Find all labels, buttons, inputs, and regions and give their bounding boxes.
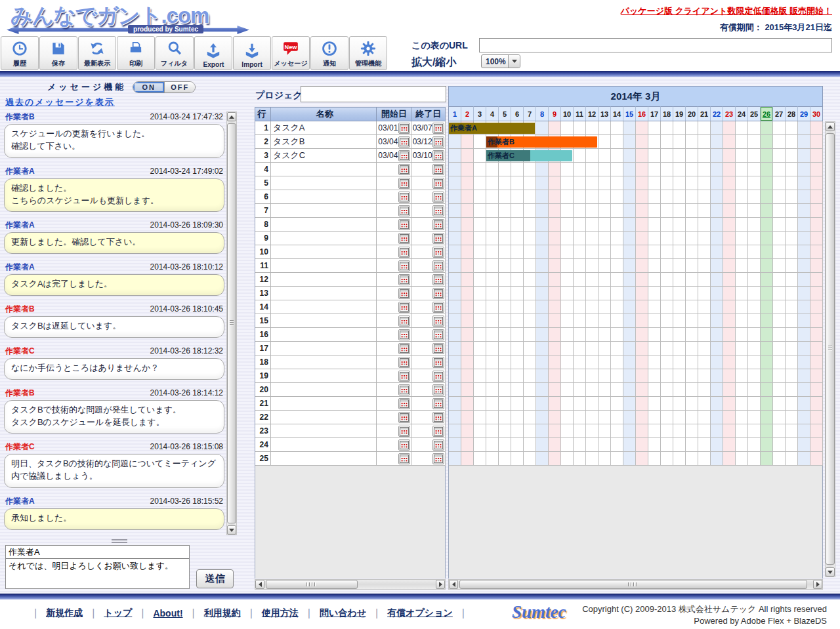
task-name-cell[interactable] <box>271 411 377 424</box>
send-button[interactable]: 送信 <box>196 569 234 588</box>
task-end-date-cell[interactable] <box>411 232 446 245</box>
task-end-date-cell[interactable] <box>411 411 446 424</box>
task-end-date-cell[interactable] <box>411 369 446 382</box>
gantt-bar-タスクB[interactable]: 作業者B <box>486 136 597 148</box>
footer-link[interactable]: About! <box>153 608 182 619</box>
toggle-off-button[interactable]: OFF <box>164 82 195 92</box>
calendar-icon[interactable] <box>398 150 410 161</box>
table-scroll-right-button[interactable] <box>436 580 445 589</box>
task-name-cell[interactable] <box>271 342 377 355</box>
task-end-date-cell[interactable]: 03/12 <box>411 135 446 148</box>
task-name-cell[interactable] <box>271 314 377 327</box>
task-end-date-cell[interactable] <box>411 397 446 410</box>
task-name-cell[interactable] <box>271 163 377 176</box>
past-messages-link[interactable]: 過去のメッセージを表示 <box>5 96 115 108</box>
task-name-cell[interactable] <box>271 355 377 369</box>
task-start-date-cell[interactable] <box>377 190 411 203</box>
task-end-date-cell[interactable] <box>411 273 446 286</box>
calendar-icon[interactable] <box>432 205 444 216</box>
calendar-icon[interactable] <box>398 439 410 451</box>
calendar-icon[interactable] <box>398 302 410 313</box>
task-start-date-cell[interactable] <box>377 287 411 300</box>
toolbar-button-refresh[interactable]: 最新表示 <box>78 36 116 70</box>
task-start-date-cell[interactable] <box>377 355 411 369</box>
gantt-hscrollbar-thumb[interactable] <box>459 580 807 589</box>
calendar-icon[interactable] <box>398 426 410 437</box>
task-end-date-cell[interactable] <box>411 424 446 437</box>
task-end-date-cell[interactable] <box>411 190 446 203</box>
zoom-dropdown-button[interactable] <box>508 55 520 68</box>
package-promo-link[interactable]: パッケージ版 クライアント数限定低価格版 販売開始！ <box>621 5 832 17</box>
calendar-icon[interactable] <box>398 247 410 258</box>
task-end-date-cell[interactable] <box>411 163 446 176</box>
calendar-icon[interactable] <box>398 123 410 134</box>
task-start-date-cell[interactable] <box>377 397 411 410</box>
calendar-icon[interactable] <box>432 384 444 396</box>
task-start-date-cell[interactable] <box>377 204 411 217</box>
task-start-date-cell[interactable] <box>377 300 411 314</box>
task-start-date-cell[interactable] <box>377 245 411 258</box>
zoom-select[interactable]: 100% <box>481 54 520 68</box>
task-start-date-cell[interactable] <box>377 218 411 231</box>
task-start-date-cell[interactable] <box>377 424 411 437</box>
calendar-icon[interactable] <box>432 150 444 161</box>
task-name-cell[interactable] <box>271 273 377 286</box>
table-url-input[interactable] <box>479 38 832 52</box>
task-end-date-cell[interactable] <box>411 259 446 272</box>
calendar-icon[interactable] <box>398 274 410 285</box>
task-end-date-cell[interactable] <box>411 328 446 341</box>
calendar-icon[interactable] <box>432 302 444 313</box>
task-name-cell[interactable] <box>271 176 377 190</box>
gantt-bar-タスクA[interactable]: 作業者A <box>449 123 535 134</box>
calendar-icon[interactable] <box>398 164 410 175</box>
calendar-icon[interactable] <box>398 219 410 230</box>
task-start-date-cell[interactable]: 03/04 <box>377 149 411 162</box>
calendar-icon[interactable] <box>432 412 444 423</box>
task-end-date-cell[interactable] <box>411 176 446 190</box>
task-start-date-cell[interactable] <box>377 163 411 176</box>
gantt-hscrollbar[interactable] <box>448 579 823 590</box>
task-name-cell[interactable]: タスクC <box>271 149 377 162</box>
gantt-scroll-right-button[interactable] <box>813 580 822 589</box>
task-name-cell[interactable] <box>271 300 377 314</box>
calendar-icon[interactable] <box>432 315 444 327</box>
task-end-date-cell[interactable] <box>411 452 446 465</box>
sidebar-splitter-handle[interactable] <box>112 539 127 544</box>
task-start-date-cell[interactable]: 03/04 <box>377 135 411 148</box>
table-hscrollbar-thumb[interactable] <box>266 580 358 589</box>
footer-link[interactable]: 問い合わせ <box>320 607 366 619</box>
calendar-icon[interactable] <box>398 260 410 272</box>
toolbar-button-history[interactable]: 履歴 <box>1 36 39 70</box>
message-scroll-up-button[interactable] <box>227 112 236 121</box>
task-start-date-cell[interactable] <box>377 411 411 424</box>
calendar-icon[interactable] <box>432 426 444 437</box>
toolbar-button-notify[interactable]: 通知 <box>310 36 348 70</box>
footer-link[interactable]: 有償オプション <box>387 607 453 619</box>
toolbar-button-admin[interactable]: 管理機能 <box>349 36 387 70</box>
task-end-date-cell[interactable] <box>411 218 446 231</box>
task-name-cell[interactable] <box>271 369 377 382</box>
task-name-cell[interactable] <box>271 204 377 217</box>
task-end-date-cell[interactable] <box>411 204 446 217</box>
table-scroll-left-button[interactable] <box>255 580 264 589</box>
task-name-cell[interactable] <box>271 218 377 231</box>
gantt-scroll-up-button[interactable] <box>826 122 835 131</box>
task-end-date-cell[interactable] <box>411 300 446 314</box>
message-scrollbar[interactable] <box>226 112 237 535</box>
gantt-chart-area[interactable]: 作業者A作業者B作業者C <box>448 121 823 466</box>
task-name-cell[interactable] <box>271 259 377 272</box>
task-start-date-cell[interactable] <box>377 273 411 286</box>
calendar-icon[interactable] <box>432 260 444 272</box>
footer-link[interactable]: トップ <box>104 607 132 619</box>
calendar-icon[interactable] <box>398 329 410 340</box>
task-name-cell[interactable] <box>271 232 377 245</box>
calendar-icon[interactable] <box>432 247 444 258</box>
gantt-vscrollbar[interactable] <box>825 121 835 577</box>
task-name-cell[interactable] <box>271 190 377 203</box>
calendar-icon[interactable] <box>398 371 410 382</box>
toolbar-button-export[interactable]: Export <box>194 36 232 70</box>
calendar-icon[interactable] <box>432 453 444 464</box>
task-end-date-cell[interactable] <box>411 245 446 258</box>
task-name-cell[interactable]: タスクA <box>271 121 377 134</box>
calendar-icon[interactable] <box>398 136 410 148</box>
